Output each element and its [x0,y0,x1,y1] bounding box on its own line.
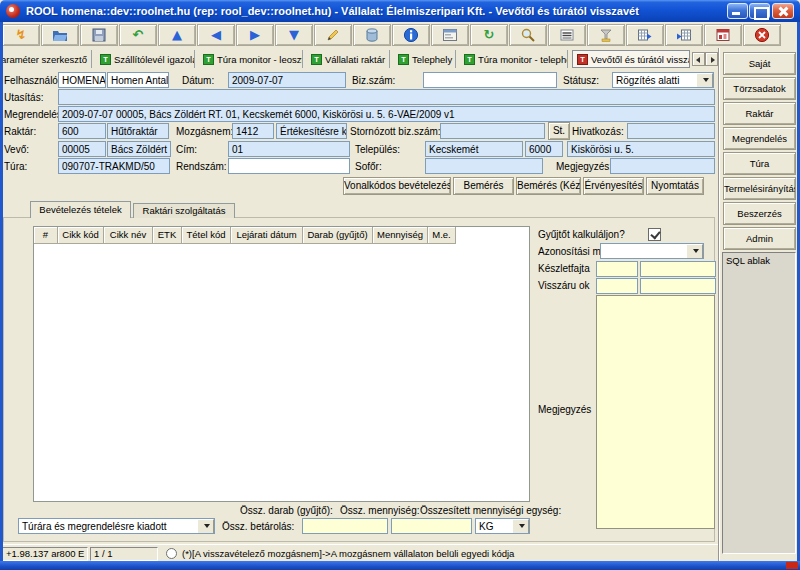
panel-megjegyzes-textarea[interactable] [596,295,715,529]
mozgasnem-code-field[interactable]: 1412 [232,123,274,139]
column-header-me[interactable]: M.e. [428,227,456,244]
egyseg-dropdown[interactable]: KG [475,518,530,534]
toolbar-button-open[interactable] [41,24,79,46]
toolbar-button-previous-record[interactable]: ◀ [197,24,235,46]
toolbar-button-filter[interactable] [587,24,625,46]
toolbar-button-list[interactable] [548,24,586,46]
column-header-row-number[interactable]: # [34,227,58,244]
tab-scroll-right-button[interactable] [705,52,718,66]
toolbar-button-info[interactable] [392,24,430,46]
mozgasnem-name-field[interactable]: Értékesítésre kiadás [276,123,347,139]
felhasznalo-name-field[interactable]: Homen Antal [107,72,169,88]
close-button[interactable] [772,3,794,19]
sidebar-button-termelesiranyitas[interactable]: Termelésirányítás [723,177,796,200]
column-header-etk[interactable]: ETK [153,227,182,244]
visszaru-ok-code-field[interactable] [596,278,638,294]
toolbar-button-import-table[interactable] [665,24,703,46]
tab-vallalati-raktar[interactable]: Vállalati raktár [307,50,390,68]
ossz-mennyiseg-field[interactable] [391,518,472,534]
stornozott-field[interactable] [440,123,545,139]
azonositasi-mod-dropdown[interactable] [600,243,704,259]
print-button[interactable]: Nyomtatás [646,177,704,195]
keszletfajta-code-field[interactable] [596,261,638,277]
toolbar-button-form[interactable] [431,24,469,46]
vevo-name-field[interactable]: Bács Zöldért RT. [107,141,171,157]
telepules-name-field[interactable]: Kecskemét [425,141,523,157]
toolbar-button-refresh[interactable]: ↻ [470,24,508,46]
kiadott-tipus-dropdown[interactable]: Túrára és megrendelésre kiadott [18,518,215,534]
megrendeles-field[interactable]: 2009-07-07 00005, Bács Zöldért RT. 01, K… [58,106,715,122]
column-header-cikk-kod[interactable]: Cikk kód [58,227,104,244]
weigh-button[interactable]: Bemérés [453,177,514,195]
toolbar-button-undo[interactable]: ↶ [119,24,157,46]
rendszam-field[interactable] [228,158,350,174]
toolbar-button-report[interactable] [704,24,742,46]
validate-button[interactable]: Érvényesítés [583,177,644,195]
cim-field[interactable]: 01 [228,141,350,157]
maximize-button[interactable] [749,3,770,19]
statusz-dropdown[interactable]: Rögzítés alatti [612,72,714,88]
sidebar-button-torzsadatok[interactable]: Törzsadatok [723,77,796,100]
tab-telephely[interactable]: Telephely [394,50,456,68]
sofor-field[interactable] [425,158,543,174]
raktar-code-field[interactable]: 600 [58,123,106,139]
detail-tab-bevetelezes-tetelek[interactable]: Bevételezés tételek [30,201,131,218]
bizszam-field[interactable] [423,72,557,88]
items-table[interactable]: # Cikk kód Cikk név ETK Tétel kód Lejára… [33,226,530,502]
barcode-receive-button[interactable]: Vonalkódos bevételezés [343,177,451,195]
keszletfajta-name-field[interactable] [640,261,716,277]
column-header-lejarati-datum[interactable]: Lejárati dátum [231,227,303,244]
visszaru-ok-name-field[interactable] [640,278,716,294]
minimize-button[interactable] [727,3,748,19]
save-icon [91,27,107,43]
tab-tura-monitor-leosztas[interactable]: Túra monitor - leosztás [199,50,303,68]
sidebar-button-raktar[interactable]: Raktár [723,102,796,125]
column-header-tetel-kod[interactable]: Tétel kód [182,227,231,244]
telepules-zip-field[interactable]: 6000 [525,141,563,157]
raktar-name-field[interactable]: Hűtőraktár [107,123,169,139]
column-header-cikk-nev[interactable]: Cikk név [104,227,153,244]
datum-field[interactable]: 2009-07-07 [228,72,346,88]
tab-vevotol-es-turatol-visszavet[interactable]: Vevőtől és túrától visszavét [572,50,690,68]
tab-szallitolevel-igazolas[interactable]: Szállítólevél igazolás [96,50,195,68]
toolbar-button-database[interactable] [353,24,391,46]
toolbar-button-first-record[interactable]: ▲ [158,24,196,46]
telepules-street-field[interactable]: Kiskörösi u. 5. [567,141,715,157]
ossz-darab-field[interactable] [302,518,388,534]
application-window: ROOL homena::dev::roolnet.hu (rep: rool_… [0,0,800,570]
vevo-code-field[interactable]: 00005 [58,141,106,157]
felhasznalo-code-field[interactable]: HOMENA [58,72,106,88]
detail-tab-raktari-szolgaltatas[interactable]: Raktári szolgáltatás [133,203,235,218]
tab-scroll-left-button[interactable] [692,52,705,66]
weigh-manual-button[interactable]: Bemérés (Kézi) [516,177,581,195]
st-button[interactable]: St. [548,122,570,140]
tab-parameter-szerkeszto[interactable]: Paraméter szerkesztő [0,50,92,68]
tab-label: Vállalati raktár [325,54,385,65]
toolbar-button-export-table[interactable] [626,24,664,46]
toolbar-button-edit[interactable] [314,24,352,46]
sidebar-sql-ablak-item[interactable]: SQL ablak [722,252,796,554]
tab-tura-monitor-telephely[interactable]: Túra monitor - telephely [460,50,568,68]
hivatkozas-field[interactable] [627,123,715,139]
toolbar-button-execute[interactable]: ↯ [2,24,40,46]
toolbar-button-last-record[interactable]: ▼ [275,24,313,46]
megjegyzes-field[interactable] [610,158,715,174]
sidebar-button-megrendeles[interactable]: Megrendelés [723,127,796,150]
sidebar-button-sajat[interactable]: Saját [723,52,796,75]
toolbar-button-search[interactable] [509,24,547,46]
toolbar-button-save[interactable] [80,24,118,46]
info-icon [403,27,419,43]
status-radio[interactable] [166,548,177,559]
toolbar-button-next-record[interactable]: ▶ [236,24,274,46]
column-header-mennyiseg[interactable]: Mennyiség [373,227,428,244]
utasitas-field[interactable] [58,89,715,105]
toolbar-button-close-form[interactable] [743,24,781,46]
sidebar-button-beszerzes[interactable]: Beszerzés [723,202,796,225]
close-circle-icon [754,27,770,43]
sidebar-button-tura[interactable]: Túra [723,152,796,175]
sidebar-button-admin[interactable]: Admin [723,227,796,250]
column-header-darab-gyujto[interactable]: Darab (gyűjtő) [303,227,373,244]
gyujto-kalkulaljon-checkbox[interactable] [648,228,661,241]
tura-field[interactable]: 090707-TRAKMD/50 [58,158,170,174]
tab-label: Szállítólevél igazolás [114,54,195,65]
